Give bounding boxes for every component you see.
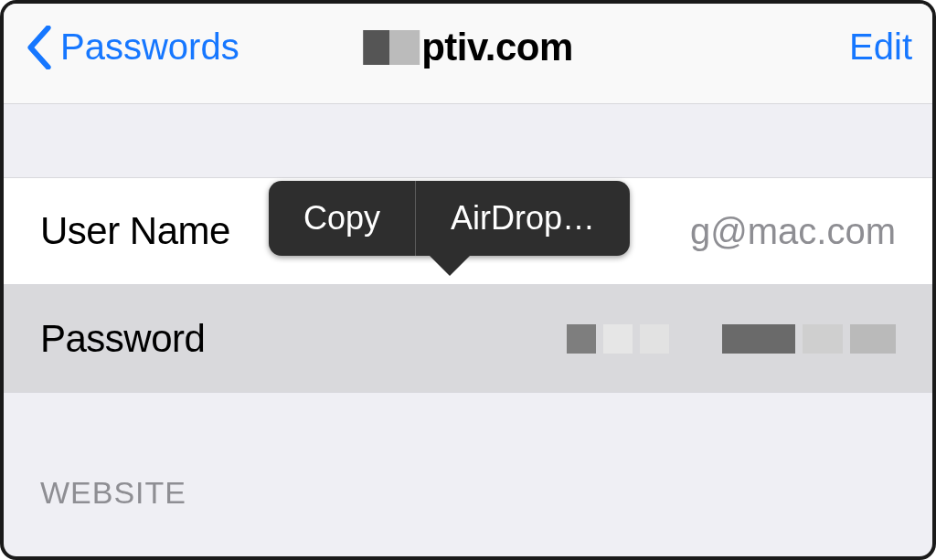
chevron-left-icon xyxy=(24,26,55,69)
password-detail-screen: Passwords ptiv.com Edit User Name g@mac.… xyxy=(0,0,936,560)
copy-menu-item[interactable]: Copy xyxy=(269,181,415,256)
context-menu: Copy AirDrop… xyxy=(269,181,630,256)
edit-button[interactable]: Edit xyxy=(849,26,912,68)
back-label: Passwords xyxy=(60,26,239,68)
password-value-redacted xyxy=(567,324,896,354)
redacted-title-prefix xyxy=(363,30,420,65)
page-title: ptiv.com xyxy=(363,26,573,69)
popover-arrow-icon xyxy=(428,254,472,276)
password-label: Password xyxy=(40,317,205,361)
title-suffix: ptiv.com xyxy=(421,26,573,69)
spacer xyxy=(4,393,932,475)
website-section-header: WEBSITE xyxy=(4,475,932,511)
spacer xyxy=(4,104,932,177)
password-row[interactable]: Password xyxy=(4,285,932,393)
airdrop-menu-item[interactable]: AirDrop… xyxy=(416,181,630,256)
username-label: User Name xyxy=(40,209,230,253)
navigation-bar: Passwords ptiv.com Edit xyxy=(4,4,932,104)
username-value: g@mac.com xyxy=(690,211,896,252)
back-button[interactable]: Passwords xyxy=(24,26,239,69)
